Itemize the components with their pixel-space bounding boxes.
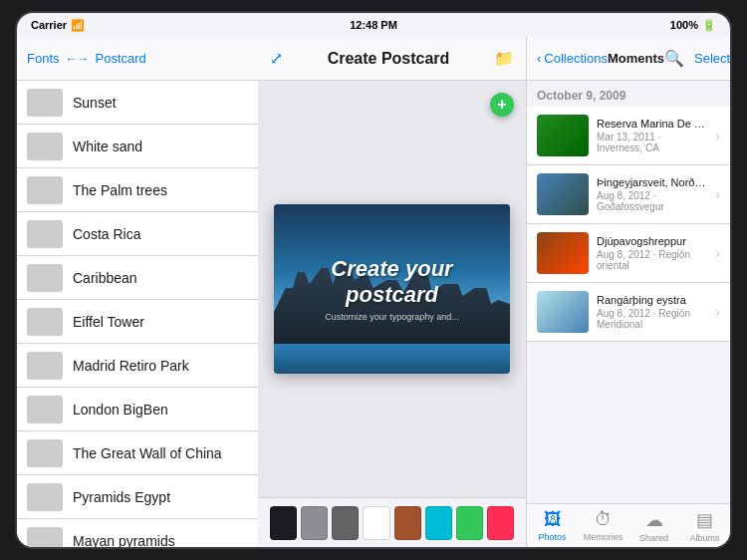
- folder-icon[interactable]: 📁: [494, 49, 514, 68]
- chevron-right-icon: ›: [715, 128, 720, 143]
- collections-label: Collections: [544, 51, 608, 66]
- moment-thumbnail: [537, 115, 589, 156]
- item-label: Madrid Retiro Park: [73, 358, 189, 374]
- expand-icon[interactable]: ⤢: [270, 49, 283, 68]
- color-swatch-gray[interactable]: [301, 506, 328, 540]
- item-thumbnail: [27, 133, 63, 160]
- center-nav: ⤢ Create Postcard 📁: [258, 37, 526, 81]
- list-item[interactable]: Pyramids Egypt: [17, 475, 258, 519]
- choose-postcard-label: Postcard: [96, 51, 146, 66]
- moment-title: Reserva Marina De Interés Na...: [597, 118, 707, 130]
- fonts-button[interactable]: Fonts: [27, 51, 60, 66]
- item-label: Caribbean: [73, 270, 137, 286]
- color-swatch-black[interactable]: [270, 506, 297, 540]
- choose-arrow: ←→: [66, 52, 90, 66]
- list-item[interactable]: The Palm trees: [17, 168, 258, 212]
- list-item[interactable]: Sunset: [17, 81, 258, 125]
- item-label: London BigBen: [73, 402, 168, 418]
- chevron-right-icon: ›: [715, 186, 720, 202]
- select-button[interactable]: Select: [694, 51, 730, 66]
- photos-list: October 9, 2009 Reserva Marina De Interé…: [527, 81, 730, 503]
- list-item[interactable]: London BigBen: [17, 388, 258, 431]
- item-thumbnail: [27, 176, 63, 204]
- list-item[interactable]: Eiffel Tower: [17, 300, 258, 344]
- moment-info: Djúpavogshreppur Aug 8, 2012 · Región or…: [597, 235, 707, 271]
- moment-date-sub: Aug 8, 2012 · Región oriental: [597, 249, 707, 271]
- item-thumbnail: [27, 396, 63, 423]
- moment-thumbnail: [537, 291, 589, 333]
- albums-icon: ▤: [696, 509, 713, 531]
- list-item[interactable]: Mayan pyramids: [17, 519, 258, 547]
- list-item[interactable]: Caribbean: [17, 256, 258, 300]
- carrier-label: Carrier: [31, 19, 67, 31]
- item-label: Costa Rica: [73, 226, 140, 242]
- right-nav: ‹ Collections Moments 🔍 Select: [527, 37, 730, 81]
- item-label: Sunset: [73, 95, 117, 111]
- color-swatch-green[interactable]: [456, 506, 483, 540]
- tab-memories[interactable]: ⏱ Memories: [578, 509, 628, 542]
- item-label: Mayan pyramids: [73, 533, 175, 548]
- collections-button[interactable]: ‹ Collections: [537, 51, 608, 66]
- color-swatch-pink[interactable]: [487, 506, 514, 540]
- tab-photos[interactable]: 🖼 Photos: [527, 509, 578, 542]
- moment-item[interactable]: Reserva Marina De Interés Na... Mar 13, …: [527, 107, 730, 165]
- postcard-list[interactable]: Sunset White sand The Palm trees Costa R…: [17, 81, 258, 547]
- moment-info: Þingeyjarsveit, Norðurland Ey... Aug 8, …: [597, 176, 707, 212]
- list-item[interactable]: Costa Rica: [17, 212, 258, 256]
- item-label: The Palm trees: [73, 182, 167, 198]
- left-panel: Fonts ←→ Postcard Sunset White sand The …: [17, 37, 258, 547]
- color-swatch-cyan[interactable]: [425, 506, 452, 540]
- battery-label: 100%: [670, 19, 698, 31]
- item-label: Eiffel Tower: [73, 314, 144, 330]
- albums-label: Albums: [689, 533, 719, 543]
- list-item[interactable]: The Great Wall of China: [17, 431, 258, 475]
- moment-date-sub: Aug 8, 2012 · Región Meridional: [597, 308, 707, 330]
- moment-item[interactable]: Þingeyjarsveit, Norðurland Ey... Aug 8, …: [527, 165, 730, 224]
- create-postcard-title: Create Postcard: [328, 50, 450, 68]
- status-bar: Carrier 📶 12:48 PM 100% 🔋: [17, 13, 730, 37]
- bottom-tab-bar: 🖼 Photos ⏱ Memories ☁ Shared ▤ Albums: [527, 503, 730, 547]
- list-item[interactable]: White sand: [17, 125, 258, 168]
- moment-title: Rangárþing eystra: [597, 294, 707, 306]
- moment-info: Rangárþing eystra Aug 8, 2012 · Región M…: [597, 294, 707, 330]
- chevron-left-icon: ‹: [537, 51, 541, 66]
- moment-thumbnail: [537, 173, 589, 215]
- battery-icon: 🔋: [702, 19, 716, 32]
- item-label: White sand: [73, 139, 142, 154]
- item-thumbnail: [27, 308, 63, 336]
- moment-item[interactable]: Djúpavogshreppur Aug 8, 2012 · Región or…: [527, 224, 730, 283]
- wifi-icon: 📶: [71, 19, 85, 32]
- moment-thumbnail: [537, 232, 589, 274]
- moment-date-sub: Mar 13, 2011 · Inverness, CA: [597, 132, 707, 153]
- moment-date: October 9, 2009: [527, 81, 730, 107]
- add-photo-button[interactable]: +: [490, 93, 514, 117]
- moment-title: Þingeyjarsveit, Norðurland Ey...: [597, 176, 707, 188]
- tab-shared[interactable]: ☁ Shared: [628, 509, 679, 543]
- tab-albums[interactable]: ▤ Albums: [679, 509, 730, 543]
- item-thumbnail: [27, 439, 63, 467]
- list-item[interactable]: Madrid Retiro Park: [17, 344, 258, 388]
- postcard-overlay-text: Create yourpostcard Customize your typog…: [274, 204, 510, 374]
- item-thumbnail: [27, 264, 63, 292]
- moment-info: Reserva Marina De Interés Na... Mar 13, …: [597, 118, 707, 153]
- right-nav-actions: 🔍 Select: [664, 49, 730, 68]
- color-swatch-dark-gray[interactable]: [332, 506, 359, 540]
- postcard-main-text: Create yourpostcard: [331, 256, 452, 309]
- color-swatch-brown[interactable]: [394, 506, 421, 540]
- item-thumbnail: [27, 352, 63, 380]
- color-strip: [258, 497, 526, 547]
- time-display: 12:48 PM: [350, 19, 397, 31]
- moment-item[interactable]: Rangárþing eystra Aug 8, 2012 · Región M…: [527, 283, 730, 342]
- left-nav: Fonts ←→ Postcard: [17, 37, 258, 81]
- item-thumbnail: [27, 220, 63, 248]
- item-thumbnail: [27, 89, 63, 117]
- right-panel: ‹ Collections Moments 🔍 Select October 9…: [526, 37, 730, 547]
- moments-tab[interactable]: Moments: [608, 51, 664, 66]
- main-area: Fonts ←→ Postcard Sunset White sand The …: [17, 37, 730, 547]
- shared-label: Shared: [639, 533, 668, 543]
- postcard-preview[interactable]: Create yourpostcard Customize your typog…: [274, 204, 510, 374]
- search-icon[interactable]: 🔍: [664, 49, 684, 68]
- memories-icon: ⏱: [595, 509, 613, 530]
- color-swatch-white[interactable]: [363, 506, 389, 540]
- chevron-right-icon: ›: [715, 245, 720, 261]
